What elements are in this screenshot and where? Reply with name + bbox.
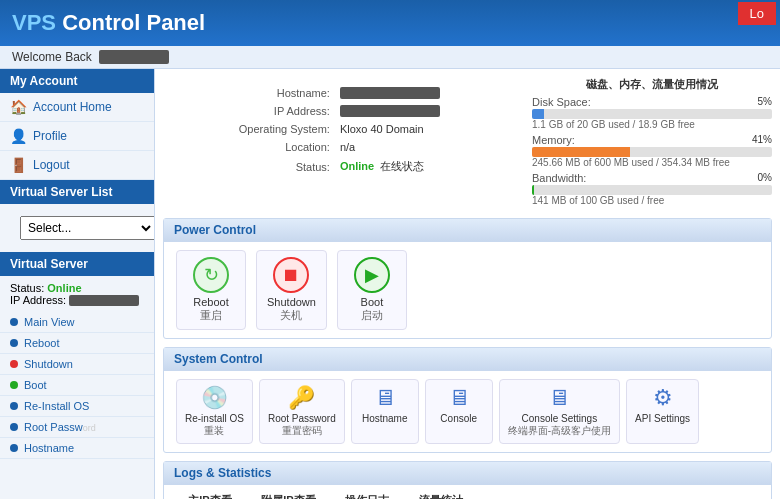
- sidebar-item-reinstall[interactable]: Re-Install OS: [0, 396, 154, 417]
- hostname-label: Hostname:: [165, 85, 334, 101]
- ip-addresses-group: 附属IP查看 🌐 IP Addresses: [250, 493, 327, 499]
- main-ip-header: 主IP查看: [188, 493, 231, 499]
- logout-label: Logout: [33, 158, 70, 172]
- console-button[interactable]: 🖥 Console: [425, 379, 493, 444]
- server-info: Hostname: IP Address: Operating System: …: [163, 77, 522, 210]
- ip-address-label: IP Address:: [10, 294, 66, 306]
- sidebar-item-reboot[interactable]: Reboot: [0, 333, 154, 354]
- logs-header: Logs & Statistics: [164, 462, 771, 485]
- disk-progress-bg: [532, 109, 772, 119]
- resource-panel: 磁盘、内存、流量使用情况 Disk Space: 5% 1.1 GB of 20…: [532, 77, 772, 210]
- welcome-bar: Welcome Back: [0, 46, 780, 69]
- console-icon: 🖥: [448, 385, 470, 411]
- profile-icon: 👤: [10, 128, 27, 144]
- logs-group: 操作日志 📋 Logs: [333, 493, 401, 499]
- shutdown-btn-cn: 关机: [280, 308, 302, 323]
- profile-label: Profile: [33, 129, 67, 143]
- reboot-button[interactable]: ↻ Reboot 重启: [176, 250, 246, 330]
- status-cn: 在线状态: [380, 160, 424, 172]
- disk-progress-fill: [532, 109, 544, 119]
- os-value: Kloxo 40 Domain: [336, 121, 520, 137]
- dot-icon: [10, 444, 18, 452]
- username-masked: [99, 50, 169, 64]
- sidebar-item-hostname[interactable]: Hostname: [0, 438, 154, 459]
- ip-label: IP Address:: [165, 103, 334, 119]
- main-view-label: Main View: [24, 316, 75, 328]
- location-label: Location:: [165, 139, 334, 155]
- sidebar-item-logout[interactable]: 🚪 Logout: [0, 151, 154, 180]
- boot-label: Boot: [24, 379, 47, 391]
- home-icon: 🏠: [10, 99, 27, 115]
- logo-vps: VPS: [12, 10, 56, 35]
- logout-icon: 🚪: [10, 157, 27, 173]
- boot-button[interactable]: ▶ Boot 启动: [337, 250, 407, 330]
- virtual-server-list-title: Virtual Server List: [0, 180, 154, 204]
- root-password-button[interactable]: 🔑 Root Password 重置密码: [259, 379, 345, 444]
- logout-button[interactable]: Lo: [738, 2, 776, 25]
- ip-addresses-header: 附属IP查看: [261, 493, 315, 499]
- boot-btn-cn: 启动: [361, 308, 383, 323]
- memory-progress-fill: [532, 147, 630, 157]
- api-settings-label: API Settings: [635, 413, 690, 424]
- welcome-text: Welcome Back: [12, 50, 92, 64]
- logs-section-header: 操作日志: [345, 493, 389, 499]
- os-label: Operating System:: [165, 121, 334, 137]
- system-control-header: System Control: [164, 348, 771, 371]
- header: VPS Control Panel Lo: [0, 0, 780, 46]
- root-password-sys-label: Root Password: [268, 413, 336, 424]
- sidebar-item-shutdown[interactable]: Shutdown: [0, 354, 154, 375]
- dot-icon: [10, 381, 18, 389]
- info-panel: Hostname: IP Address: Operating System: …: [163, 77, 772, 210]
- shutdown-label: Shutdown: [24, 358, 73, 370]
- root-password-icon: 🔑: [288, 385, 315, 411]
- root-password-label: Root Password: [24, 421, 96, 433]
- root-password-sys-cn: 重置密码: [282, 424, 322, 438]
- ip-value: [336, 103, 520, 119]
- sidebar-item-profile[interactable]: 👤 Profile: [0, 122, 154, 151]
- status-label: Status:: [10, 282, 44, 294]
- virtual-server-select[interactable]: Select...: [20, 216, 155, 240]
- reboot-btn-cn: 重启: [200, 308, 222, 323]
- sidebar-item-boot[interactable]: Boot: [0, 375, 154, 396]
- disk-row: Disk Space: 5% 1.1 GB of 20 GB used / 18…: [532, 96, 772, 130]
- system-control-panel: System Control 💿 Re-install OS 重装 🔑 Root…: [163, 347, 772, 453]
- vs-status: Status: Online IP Address:: [0, 276, 154, 312]
- statistics-group: 流量统计 📊 Statistics: [407, 493, 475, 499]
- power-control-panel: Power Control ↻ Reboot 重启 ⏹ Shutdown 关机 …: [163, 218, 772, 339]
- boot-btn-label: Boot: [361, 296, 384, 308]
- virtual-server-title: Virtual Server: [0, 252, 154, 276]
- bandwidth-progress-bg: [532, 185, 772, 195]
- logo: VPS Control Panel: [12, 10, 205, 36]
- dot-icon: [10, 318, 18, 326]
- memory-label: Memory: 41%: [532, 134, 772, 146]
- logs-body: 主IP查看 🌐 Main IP 附属IP查看 🌐 IP Addresses 操作…: [164, 485, 771, 499]
- api-settings-button[interactable]: ⚙ API Settings: [626, 379, 699, 444]
- hostname-value: [336, 85, 520, 101]
- bandwidth-sub: 141 MB of 100 GB used / free: [532, 195, 772, 206]
- sidebar-item-root-password[interactable]: Root Password: [0, 417, 154, 438]
- disk-pct: 5%: [758, 96, 772, 107]
- status-info-label: Status:: [165, 157, 334, 176]
- memory-progress-bg: [532, 147, 772, 157]
- resource-title: 磁盘、内存、流量使用情况: [532, 77, 772, 92]
- hostname-button[interactable]: 🖥 Hostname: [351, 379, 419, 444]
- sidebar-item-account-home[interactable]: 🏠 Account Home: [0, 93, 154, 122]
- reinstall-os-button[interactable]: 💿 Re-install OS 重装: [176, 379, 253, 444]
- my-account-title: My Account: [0, 69, 154, 93]
- sidebar-item-main-view[interactable]: Main View: [0, 312, 154, 333]
- disk-sub: 1.1 GB of 20 GB used / 18.9 GB free: [532, 119, 772, 130]
- status-online-badge: Online: [340, 160, 374, 172]
- shutdown-button[interactable]: ⏹ Shutdown 关机: [256, 250, 327, 330]
- power-control-header: Power Control: [164, 219, 771, 242]
- console-settings-icon: 🖥: [548, 385, 570, 411]
- disk-label: Disk Space: 5%: [532, 96, 772, 108]
- power-control-body: ↻ Reboot 重启 ⏹ Shutdown 关机 ▶ Boot 启动: [164, 242, 771, 338]
- console-settings-cn: 终端界面-高级客户使用: [508, 424, 611, 438]
- content-area: Hostname: IP Address: Operating System: …: [155, 69, 780, 499]
- dot-icon: [10, 339, 18, 347]
- console-settings-button[interactable]: 🖥 Console Settings 终端界面-高级客户使用: [499, 379, 620, 444]
- reinstall-os-cn: 重装: [204, 424, 224, 438]
- ip-masked: [69, 295, 139, 306]
- location-value: n/a: [336, 139, 520, 155]
- reinstall-icon: 💿: [201, 385, 228, 411]
